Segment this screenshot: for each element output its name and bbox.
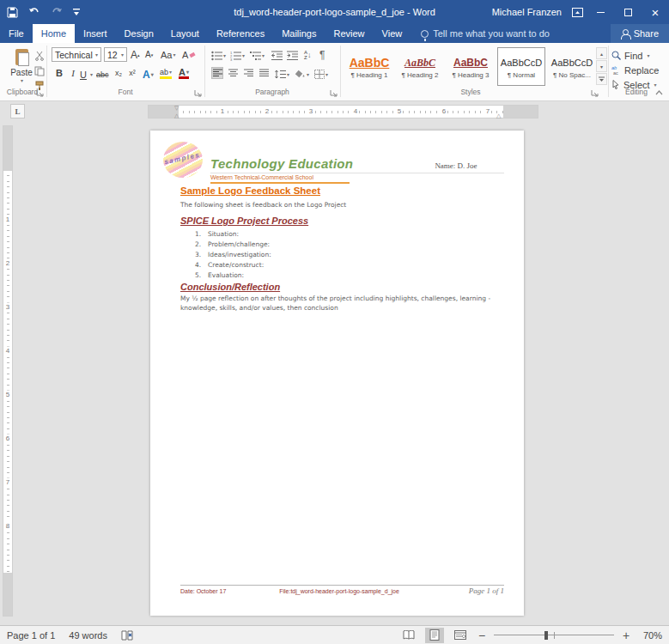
underline-button[interactable]: U (80, 67, 87, 82)
style-normal[interactable]: AaBbCcD ¶ Normal (497, 47, 545, 86)
multilevel-list-button[interactable]: ▾ (250, 48, 265, 63)
zoom-slider[interactable] (494, 628, 614, 643)
styles-more-icon[interactable] (596, 73, 607, 85)
subscript-button[interactable]: x₂ (113, 67, 125, 79)
replace-button[interactable]: abac Replace (611, 64, 659, 76)
align-right-button[interactable] (242, 67, 254, 79)
font-dialog-launcher-icon[interactable] (194, 89, 203, 98)
highlight-caret-icon: ▾ (169, 69, 172, 75)
clipboard-dialog-launcher-icon[interactable] (36, 89, 45, 98)
change-case-button[interactable]: Aa ▾ (161, 47, 175, 62)
account-name[interactable]: Michael Franzen (492, 0, 562, 24)
align-left-button[interactable] (211, 67, 223, 79)
zoom-slider-thumb[interactable] (544, 631, 548, 640)
maximize-button[interactable] (614, 0, 642, 24)
hanging-indent-marker[interactable]: △ (174, 112, 179, 118)
paragraph-dialog-launcher-icon[interactable] (330, 89, 338, 98)
bold-button[interactable]: B (53, 67, 65, 79)
tab-file[interactable]: File (0, 24, 33, 43)
font-name-combo[interactable]: Technical ▾ (52, 47, 101, 62)
text-highlight-button[interactable]: ab ▾ (160, 67, 172, 79)
copy-button[interactable] (34, 64, 45, 78)
print-layout-icon[interactable] (425, 628, 444, 643)
tab-selector[interactable]: L (10, 104, 25, 118)
font-color-button[interactable]: A ▾ (179, 67, 189, 79)
document-page[interactable]: samples Technology Education Name: D. Jo… (150, 131, 524, 616)
shading-caret-icon: ▾ (307, 71, 309, 77)
tab-view[interactable]: View (374, 24, 411, 43)
superscript-button[interactable]: x² (126, 67, 138, 79)
sort-button[interactable]: A Z ↓ (304, 47, 312, 62)
group-divider (340, 46, 341, 97)
web-layout-icon[interactable] (451, 628, 470, 643)
tab-references[interactable]: References (208, 24, 273, 43)
text-effects-button[interactable]: A ▾ (143, 67, 154, 82)
style-no-spacing[interactable]: AaBbCcD ¶ No Spac... (548, 47, 596, 86)
grow-font-button[interactable]: A▴ (131, 47, 140, 62)
decrease-indent-button[interactable] (271, 48, 283, 63)
proofing-errors-icon[interactable] (121, 630, 133, 641)
style-heading1[interactable]: AaBbC ¶ Heading 1 (345, 47, 393, 86)
horizontal-ruler[interactable]: 1 2 3 4 5 6 7 ▽ △ △ (148, 105, 538, 118)
vertical-ruler[interactable]: 1 2 3 4 5 6 7 8 (3, 125, 13, 617)
read-mode-icon[interactable] (399, 628, 418, 643)
right-indent-marker[interactable]: △ (496, 112, 501, 118)
ruler-top-margin (3, 126, 12, 171)
student-name: Name: D. Joe (408, 161, 504, 170)
first-line-indent-marker[interactable]: ▽ (174, 105, 179, 111)
borders-button[interactable]: ▾ (314, 67, 328, 82)
styles-scroll-down-icon[interactable]: ▾ (596, 60, 607, 72)
line-spacing-caret-icon: ▾ (287, 71, 289, 77)
page-indicator[interactable]: Page 1 of 1 (7, 630, 55, 641)
tab-insert[interactable]: Insert (75, 24, 116, 43)
style-heading2[interactable]: AaBbC ¶ Heading 2 (396, 47, 444, 86)
increase-indent-button[interactable] (287, 48, 298, 63)
line-spacing-button[interactable]: ▾ (275, 67, 289, 82)
tab-design[interactable]: Design (116, 24, 162, 43)
undo-icon[interactable] (28, 7, 40, 17)
find-caret-icon: ▾ (647, 52, 649, 58)
justify-button[interactable] (258, 67, 270, 79)
zoom-level[interactable]: 70% (638, 630, 662, 641)
tell-me-box[interactable]: Tell me what you want to do (421, 24, 550, 43)
shading-button[interactable]: ▾ (295, 67, 309, 82)
show-marks-button[interactable]: ¶ (319, 47, 325, 62)
share-button[interactable]: Share (611, 24, 669, 43)
cut-button[interactable] (34, 48, 45, 63)
ruler-number: 2 (3, 259, 12, 267)
save-icon[interactable] (7, 7, 18, 18)
tab-home[interactable]: Home (33, 24, 75, 43)
strikethrough-button[interactable]: abc (96, 67, 109, 82)
redo-icon[interactable] (51, 7, 63, 17)
font-size-combo[interactable]: 12 ▾ (104, 47, 127, 62)
close-button[interactable]: × (642, 0, 669, 24)
zoom-out-button[interactable]: − (477, 629, 487, 642)
tab-layout[interactable]: Layout (162, 24, 208, 43)
paste-caret-icon[interactable]: ▾ (21, 77, 23, 83)
word-count[interactable]: 49 words (69, 630, 107, 641)
font-color-caret-icon: ▾ (186, 69, 189, 75)
styles-scroll-up-icon[interactable]: ▴ (596, 47, 607, 59)
ribbon-display-options-icon[interactable] (572, 0, 583, 24)
tab-mailings[interactable]: Mailings (273, 24, 325, 43)
quick-access-toolbar (7, 0, 80, 24)
ruler-number: 5 (3, 391, 12, 398)
styles-dialog-launcher-icon[interactable] (591, 89, 599, 98)
underline-caret-icon[interactable]: ▾ (90, 71, 93, 77)
ruler-number: 5 (396, 107, 403, 115)
italic-button[interactable]: I (67, 67, 79, 79)
zoom-in-button[interactable]: + (621, 629, 631, 642)
tab-review[interactable]: Review (325, 24, 374, 43)
bullets-button[interactable]: ▾ (211, 48, 226, 63)
align-center-button[interactable] (227, 67, 239, 79)
clear-formatting-button[interactable]: A (182, 47, 196, 62)
font-size-caret-icon: ▾ (121, 52, 124, 58)
style-heading3[interactable]: AaBbC ¶ Heading 3 (447, 47, 495, 86)
shrink-font-button[interactable]: A▾ (145, 47, 153, 62)
customize-qat-icon[interactable] (73, 9, 80, 16)
minimize-button[interactable] (587, 0, 614, 24)
footer-filename: File:tdj_word-header-port-logo-sample_d_… (245, 588, 434, 594)
numbering-button[interactable]: 123 ▾ (230, 48, 245, 63)
find-button[interactable]: Find ▾ (611, 49, 649, 62)
collapse-ribbon-icon[interactable] (654, 88, 664, 98)
